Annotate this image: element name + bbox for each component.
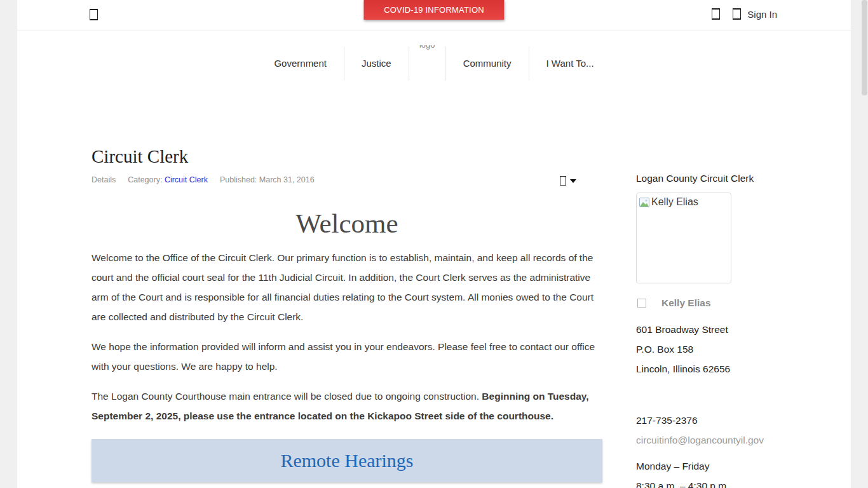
search-placeholder-icon[interactable] [712, 8, 720, 20]
scrollbar-thumb[interactable] [862, 0, 867, 95]
meta-category: Category: Circuit Clerk [128, 175, 208, 184]
sign-in-button[interactable]: Sign In [733, 8, 777, 20]
hours-days: Monday – Friday [636, 456, 795, 476]
contact-block: 217-735-2376 circuitinfo@logancountyil.g… [636, 410, 795, 450]
nav-item-community[interactable]: Community [446, 46, 529, 81]
remote-hearings-link[interactable]: Remote Hearings [92, 439, 602, 482]
intro-paragraph: Welcome to the Office of the Circuit Cle… [92, 248, 602, 327]
user-placeholder-icon [733, 8, 741, 20]
page-title: Circuit Clerk [92, 146, 602, 167]
address-block: 601 Broadway Street P.O. Box 158 Lincoln… [636, 320, 795, 379]
chevron-down-icon [570, 179, 576, 183]
notice-regular-text: The Logan County Courthouse main entranc… [92, 391, 482, 402]
remote-hearings-label: Remote Hearings [280, 450, 413, 471]
article-tools-dropdown[interactable] [560, 176, 576, 186]
main-row: Circuit Clerk Details Category: Circuit … [17, 97, 851, 488]
nav-item-i-want-to[interactable]: I Want To... [529, 46, 611, 81]
topbar-right-cluster: Sign In [712, 8, 777, 20]
sidebar-heading: Logan County Circuit Clerk [636, 173, 795, 184]
email-link[interactable]: circuitinfo@logancountyil.gov [636, 430, 795, 450]
nav-logo-slot[interactable]: logo [409, 46, 446, 81]
broken-image-icon [639, 198, 651, 208]
welcome-heading: Welcome [92, 208, 602, 239]
logo-alt-text: logo [419, 45, 435, 50]
broken-logo-image: logo [419, 45, 435, 50]
main-navigation: Government Justice logo Community I Want… [17, 30, 851, 97]
contact-paragraph: We hope the information provided will in… [92, 337, 602, 376]
article-meta: Details Category: Circuit Clerk Publishe… [92, 175, 602, 184]
clerk-name-row: Kelly Elias [636, 297, 795, 309]
hours-time: 8:30 a.m. – 4:30 p.m. [636, 476, 795, 488]
address-line-1: 601 Broadway Street [636, 320, 795, 339]
tools-placeholder-icon [560, 176, 566, 186]
covid-banner-label: COVID-19 INFORMATION [384, 5, 484, 15]
top-bar: COVID-19 INFORMATION Sign In [17, 0, 851, 30]
nav-item-government[interactable]: Government [257, 46, 344, 81]
meta-category-link[interactable]: Circuit Clerk [165, 175, 208, 184]
construction-notice: The Logan County Courthouse main entranc… [92, 386, 602, 426]
page: COVID-19 INFORMATION Sign In Government … [17, 0, 851, 488]
hours-block: Monday – Friday 8:30 a.m. – 4:30 p.m. [636, 456, 795, 488]
meta-details: Details [92, 175, 116, 184]
clerk-photo-broken: Kelly Elias [636, 193, 731, 283]
address-line-2: P.O. Box 158 [636, 339, 795, 359]
covid-info-banner[interactable]: COVID-19 INFORMATION [364, 0, 505, 20]
meta-category-label: Category: [128, 175, 162, 184]
address-line-3: Lincoln, Illinois 62656 [636, 359, 795, 379]
sign-in-label: Sign In [747, 9, 777, 20]
person-placeholder-icon [637, 299, 646, 308]
meta-published: Published: March 31, 2016 [220, 175, 315, 184]
sidebar: Logan County Circuit Clerk Kelly Elias K… [636, 97, 795, 488]
menu-placeholder-icon[interactable] [90, 9, 98, 20]
phone-number: 217-735-2376 [636, 410, 795, 430]
photo-alt-text: Kelly Elias [651, 196, 698, 208]
nav-item-justice[interactable]: Justice [344, 46, 409, 81]
clerk-name: Kelly Elias [661, 297, 711, 309]
article-content: Circuit Clerk Details Category: Circuit … [92, 97, 602, 488]
